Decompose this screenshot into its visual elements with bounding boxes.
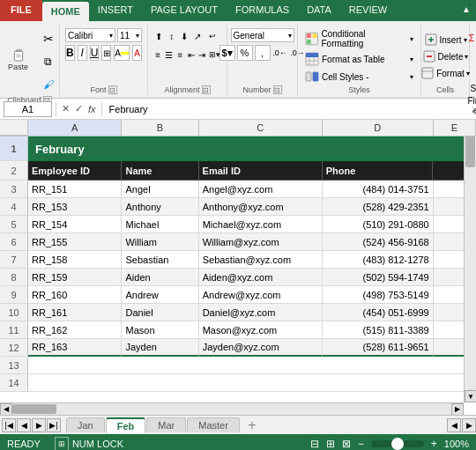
col-header-C[interactable]: C [199,120,323,136]
format-as-table-button[interactable]: Format as Table ▾ [303,51,415,67]
cell-D8[interactable]: (502) 594-1749 [323,269,434,286]
cell-C4[interactable]: Anthony@xyz.com [199,198,323,216]
cell-A6[interactable]: RR_155 [28,233,122,251]
zoom-slider-thumb[interactable] [391,438,404,450]
tab-master[interactable]: Master [187,417,240,432]
conditional-formatting-button[interactable]: Conditional Formatting ▾ [303,28,415,49]
font-size-dropdown[interactable]: 11▾ [117,28,142,42]
file-tab[interactable]: FILE [0,0,42,21]
cell-A8[interactable]: RR_159 [28,269,122,286]
name-box[interactable] [4,101,52,117]
autosum-button[interactable]: Σ ∑ AutoSum▾ [467,28,476,48]
collapse-ribbon-btn[interactable]: ▲ [457,0,476,21]
tab-scroll-left[interactable]: ◀ [447,418,461,432]
cell-A2[interactable]: Employee ID [28,161,122,181]
cell-C3[interactable]: Angel@xyz.com [199,181,323,198]
cell-B4[interactable]: Anthony [122,198,198,216]
font-family-dropdown[interactable]: Calibri▾ [65,28,115,42]
cell-A1[interactable]: February [28,136,476,161]
cell-C7[interactable]: Sebastian@xyz.com [199,251,323,269]
tab-nav-next[interactable]: ▶ [32,418,46,432]
row-num-13[interactable]: 13 [0,357,28,374]
cell-B6[interactable]: William [122,233,198,251]
tab-formulas[interactable]: FORMULAS [227,0,298,21]
cell-A3[interactable]: RR_151 [28,181,122,198]
cell-B10[interactable]: Daniel [122,304,198,321]
row-num-8[interactable]: 8 [0,269,28,286]
cell-D4[interactable]: (528) 429-2351 [323,198,434,216]
cell-A4[interactable]: RR_153 [28,198,122,216]
cell-D2[interactable]: Phone [323,161,434,181]
view-pagebreak-icon[interactable]: ⊠ [342,438,351,450]
cell-A11[interactable]: RR_162 [28,321,122,339]
cell-B2[interactable]: Name [122,161,198,181]
paste-button[interactable]: Paste [1,33,36,86]
row-num-2[interactable]: 2 [0,161,28,181]
wrap-text-button[interactable]: ↩ [205,28,221,44]
scroll-left-button[interactable]: ◀ [0,403,12,416]
cell-B11[interactable]: Mason [122,321,198,339]
cell-D3[interactable]: (484) 014-3751 [323,181,434,198]
cell-C8[interactable]: Aiden@xyz.com [199,269,323,286]
bold-button[interactable]: B [65,45,75,61]
cell-B9[interactable]: Andrew [122,286,198,304]
vertical-scrollbar[interactable]: ▲ ▼ [464,120,476,402]
cell-C6[interactable]: William@xyz.com [199,233,323,251]
cell-A9[interactable]: RR_160 [28,286,122,304]
cell-B8[interactable]: Aiden [122,269,198,286]
cell-B5[interactable]: Michael [122,216,198,233]
tab-mar[interactable]: Mar [146,417,186,432]
percent-button[interactable]: % [237,45,253,61]
bottom-align-button[interactable]: ⬇ [179,28,190,44]
view-normal-icon[interactable]: ⊟ [310,438,319,450]
cell-styles-button[interactable]: Cell Styles - ▾ [303,69,415,85]
row-num-4[interactable]: 4 [0,198,28,216]
cell-D5[interactable]: (510) 291-0880 [323,216,434,233]
number-format-dropdown[interactable]: General▾ [231,28,294,42]
top-align-button[interactable]: ⬆ [153,28,164,44]
scroll-right-button[interactable]: ▶ [451,403,464,416]
decrease-indent-button[interactable]: ⇤ [187,47,196,63]
cell-mode-icon[interactable]: ⊞ [55,437,69,450]
zoom-slider[interactable] [371,440,424,447]
cell-D9[interactable]: (498) 753-5149 [323,286,434,304]
tab-nav-last[interactable]: ▶| [47,418,61,432]
row-num-1[interactable]: 1 [0,136,28,161]
cell-B7[interactable]: Sebastian [122,251,198,269]
row-num-10[interactable]: 10 [0,304,28,321]
col-header-A[interactable]: A [28,120,122,136]
comma-style-button[interactable]: , [255,45,271,61]
italic-button[interactable]: I [78,45,87,61]
cell-C10[interactable]: Daniel@xyz.com [199,304,323,321]
tab-jan[interactable]: Jan [66,417,105,432]
left-align-button[interactable]: ≡ [153,47,162,63]
tab-data[interactable]: DATA [298,0,340,21]
cell-D7[interactable]: (483) 812-1278 [323,251,434,269]
delete-cells-button[interactable]: Delete▾ [422,49,469,63]
row-num-9[interactable]: 9 [0,286,28,304]
fill-color-button[interactable]: A [114,45,130,61]
scroll-down-button[interactable]: ▼ [465,390,476,402]
tab-insert[interactable]: INSERT [89,0,142,21]
cell-A7[interactable]: RR_158 [28,251,122,269]
orientation-button[interactable]: ↗ [191,28,202,44]
insert-cells-button[interactable]: Insert▾ [424,33,467,47]
cell-C2[interactable]: Email ID [199,161,323,181]
row-num-5[interactable]: 5 [0,216,28,233]
horizontal-scrollbar[interactable]: ◀ ▶ [0,402,464,415]
row-num-11[interactable]: 11 [0,321,28,339]
cell-D11[interactable]: (515) 811-3389 [323,321,434,339]
cell-A12[interactable]: RR_163 [28,339,122,357]
view-layout-icon[interactable]: ⊞ [326,438,335,450]
horizontal-scroll-handle[interactable] [12,404,56,414]
zoom-decrease-button[interactable]: − [358,438,364,450]
center-align-button[interactable]: ☰ [164,47,174,63]
tab-nav-prev[interactable]: ◀ [17,418,31,432]
middle-align-button[interactable]: ↕ [166,28,176,44]
cell-C11[interactable]: Mason@xyz.com [199,321,323,339]
cell-D6[interactable]: (524) 456-9168 [323,233,434,251]
col-header-E[interactable]: E [434,120,476,136]
tab-nav-first[interactable]: |◀ [2,418,16,432]
row-num-12[interactable]: 12 [0,339,28,357]
tab-scroll-right[interactable]: ▶ [462,418,476,432]
